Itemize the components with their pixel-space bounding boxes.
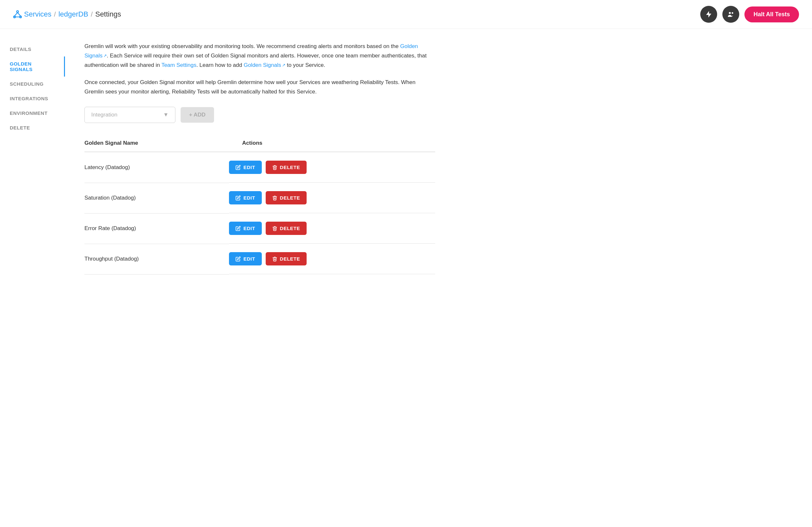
- breadcrumb: Services / ledgerDB / Settings: [13, 10, 121, 19]
- edit-button[interactable]: EDIT: [229, 222, 261, 235]
- signal-name-cell: Saturation (Datadog): [85, 183, 229, 213]
- breadcrumb-settings: Settings: [95, 10, 121, 18]
- description-paragraph-2: Once connected, your Golden Signal monit…: [85, 78, 435, 97]
- sidebar-item-scheduling[interactable]: SCHEDULING: [0, 77, 65, 91]
- team-icon: [727, 10, 735, 18]
- header-actions: Halt All Tests: [700, 6, 799, 23]
- services-icon: [13, 10, 22, 19]
- sidebar-item-details[interactable]: DETAILS: [0, 42, 65, 57]
- trash-icon: [272, 256, 277, 261]
- main-content: Gremlin will work with your existing obs…: [65, 29, 455, 527]
- edit-icon: [235, 256, 241, 261]
- delete-button[interactable]: DELETE: [266, 222, 307, 235]
- signal-actions-cell: EDITDELETE: [229, 152, 435, 183]
- services-label: Services: [24, 10, 51, 18]
- delete-button[interactable]: DELETE: [266, 161, 307, 174]
- table-row: Saturation (Datadog)EDITDELETE: [85, 183, 435, 213]
- chevron-down-icon: ▼: [163, 111, 169, 118]
- layout: DETAILS GOLDEN SIGNALS SCHEDULING INTEGR…: [0, 29, 812, 527]
- sidebar-item-delete[interactable]: DELETE: [0, 120, 65, 135]
- delete-button[interactable]: DELETE: [266, 191, 307, 205]
- edit-button[interactable]: EDIT: [229, 191, 261, 205]
- halt-all-tests-button[interactable]: Halt All Tests: [744, 6, 799, 22]
- sidebar-item-integrations[interactable]: INTEGRATIONS: [0, 91, 65, 106]
- integration-select[interactable]: Integration ▼: [85, 107, 175, 123]
- sidebar-item-environment[interactable]: ENVIRONMENT: [0, 106, 65, 120]
- breadcrumb-sep2: /: [91, 11, 93, 18]
- signal-name-cell: Throughput (Datadog): [85, 244, 229, 274]
- add-button[interactable]: + ADD: [180, 107, 214, 123]
- svg-line-3: [15, 13, 17, 16]
- desc-p1-prefix: Gremlin will work with your existing obs…: [85, 43, 400, 49]
- signal-actions-cell: EDITDELETE: [229, 244, 435, 274]
- team-icon-button[interactable]: [722, 6, 739, 23]
- golden-signals-link-2[interactable]: Golden Signals↗: [244, 62, 285, 68]
- signal-actions-cell: EDITDELETE: [229, 213, 435, 244]
- breadcrumb-ledger[interactable]: ledgerDB: [58, 10, 88, 18]
- edit-button[interactable]: EDIT: [229, 161, 261, 174]
- edit-button[interactable]: EDIT: [229, 252, 261, 266]
- table-row: Error Rate (Datadog)EDITDELETE: [85, 213, 435, 244]
- svg-marker-6: [706, 11, 711, 17]
- header: Services / ledgerDB / Settings Halt All …: [0, 0, 812, 29]
- trash-icon: [272, 165, 277, 170]
- breadcrumb-services-link[interactable]: Services: [13, 10, 51, 19]
- desc-p1-end: to your Service.: [286, 62, 325, 68]
- signal-actions-cell: EDITDELETE: [229, 183, 435, 213]
- edit-icon: [235, 195, 241, 200]
- edit-icon: [235, 165, 241, 170]
- integration-row: Integration ▼ + ADD: [85, 107, 435, 123]
- signal-table: Golden Signal Name Actions Latency (Data…: [85, 136, 435, 274]
- delete-button[interactable]: DELETE: [266, 252, 307, 266]
- col-name-header: Golden Signal Name: [85, 136, 229, 152]
- desc-p1-suffix: . Learn how to add: [197, 62, 244, 68]
- breadcrumb-sep1: /: [54, 11, 56, 18]
- team-settings-link[interactable]: Team Settings: [161, 62, 197, 68]
- svg-point-8: [731, 12, 733, 14]
- description-paragraph-1: Gremlin will work with your existing obs…: [85, 42, 435, 70]
- ext-link-icon-1: ↗: [103, 52, 107, 59]
- lightning-icon: [705, 10, 713, 18]
- table-row: Throughput (Datadog)EDITDELETE: [85, 244, 435, 274]
- table-row: Latency (Datadog)EDITDELETE: [85, 152, 435, 183]
- signal-name-cell: Error Rate (Datadog): [85, 213, 229, 244]
- sidebar-item-golden-signals[interactable]: GOLDEN SIGNALS: [0, 57, 65, 77]
- col-actions-header: Actions: [229, 136, 435, 152]
- svg-point-7: [729, 12, 731, 14]
- trash-icon: [272, 226, 277, 231]
- integration-placeholder: Integration: [91, 111, 117, 118]
- ext-link-icon-2: ↗: [282, 62, 286, 69]
- lightning-icon-button[interactable]: [700, 6, 717, 23]
- sidebar: DETAILS GOLDEN SIGNALS SCHEDULING INTEGR…: [0, 29, 65, 527]
- trash-icon: [272, 195, 277, 200]
- svg-line-4: [17, 13, 20, 16]
- edit-icon: [235, 226, 241, 231]
- signal-name-cell: Latency (Datadog): [85, 152, 229, 183]
